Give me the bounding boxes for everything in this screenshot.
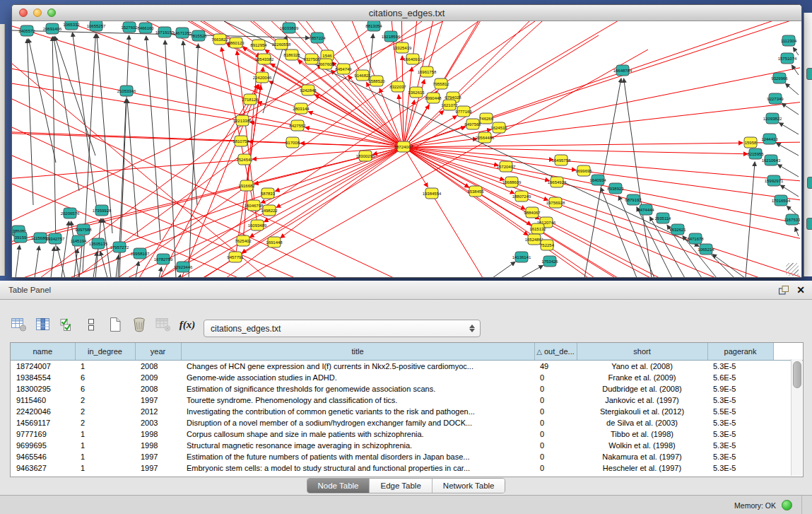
table-row[interactable]: 1938455462009Genome-wide association stu… bbox=[11, 372, 803, 383]
graph-node[interactable]: 10688609 bbox=[502, 177, 522, 187]
network-canvas[interactable]: 2405572206914061065332106552571527602846… bbox=[12, 21, 800, 277]
cell-short[interactable]: Franke et al. (2009) bbox=[577, 372, 707, 383]
graph-node[interactable]: 9227349 bbox=[767, 93, 784, 104]
graph-node[interactable]: 8186328 bbox=[283, 49, 300, 60]
graph-node[interactable]: 39159 bbox=[14, 232, 27, 243]
tab-network-table[interactable]: Network Table bbox=[433, 479, 505, 493]
cell-short[interactable]: Tibbo et al. (1998) bbox=[577, 428, 707, 440]
graph-node[interactable]: 13325419 bbox=[393, 42, 412, 53]
graph-node[interactable]: 12093822 bbox=[763, 113, 782, 124]
graph-node[interactable]: 10543382 bbox=[255, 54, 274, 64]
cell-pagerank[interactable]: 5.3E-5 bbox=[707, 451, 773, 462]
cell-title[interactable]: Changes of HCN gene expression and I(f) … bbox=[181, 361, 534, 373]
graph-node[interactable]: 8860123 bbox=[228, 37, 245, 48]
cell-title[interactable]: Disruption of a novel member of a sodium… bbox=[181, 417, 534, 428]
cell-short[interactable]: Stergiakouli et al. (2012) bbox=[577, 406, 707, 417]
graph-node[interactable]: 7625402 bbox=[235, 235, 252, 246]
graph-node[interactable]: 1362615 bbox=[408, 87, 425, 98]
graph-node[interactable]: 22420046 bbox=[253, 72, 272, 83]
graph-node[interactable]: 1691448 bbox=[266, 237, 283, 247]
column-header-pagerank[interactable]: pagerank bbox=[707, 343, 773, 361]
cell-year[interactable]: 2008 bbox=[135, 383, 181, 395]
cell-name[interactable]: 9115460 bbox=[11, 395, 75, 406]
cell-name[interactable]: 19384554 bbox=[11, 372, 75, 383]
cell-in_degree[interactable]: 1 bbox=[75, 361, 135, 373]
graph-node[interactable]: 587833 bbox=[261, 188, 276, 199]
cell-short[interactable]: Yano et al. (2008) bbox=[577, 361, 707, 373]
cell-pagerank[interactable]: 5.3E-5 bbox=[707, 417, 773, 428]
graph-node[interactable]: 917008 bbox=[286, 137, 300, 148]
graph-node[interactable]: 7524541 bbox=[236, 154, 253, 165]
cell-out_de[interactable]: 49 bbox=[534, 361, 577, 373]
cell-name[interactable]: 9699695 bbox=[11, 440, 75, 451]
new-table-icon[interactable] bbox=[105, 314, 126, 335]
table-row[interactable]: 1872400712008Changes of HCN gene express… bbox=[11, 361, 803, 373]
graph-node[interactable]: 12213389 bbox=[233, 115, 252, 126]
cell-in_degree[interactable]: 1 bbox=[75, 462, 135, 474]
cell-name[interactable]: 18300295 bbox=[11, 383, 75, 395]
cell-year[interactable]: 2008 bbox=[135, 361, 181, 373]
table-row[interactable]: 911546021997Tourette syndrome. Phenomeno… bbox=[11, 395, 803, 406]
graph-node[interactable]: 10719155 bbox=[155, 27, 175, 37]
attribute-table[interactable]: namein_degreeyeartitle△out_de...shortpag… bbox=[11, 343, 803, 474]
cell-name[interactable]: 18724007 bbox=[11, 361, 75, 373]
cell-in_degree[interactable]: 2 bbox=[75, 417, 135, 428]
cell-short[interactable]: Jankovic et al. (1997) bbox=[577, 395, 707, 406]
memory-status-indicator[interactable] bbox=[782, 500, 792, 510]
table-row[interactable]: 969969511998Structural magnetic resonanc… bbox=[11, 440, 803, 451]
graph-node[interactable]: 9457791 bbox=[227, 252, 244, 262]
cell-short[interactable]: de Silva et al. (2003) bbox=[577, 417, 707, 428]
graph-node[interactable]: 9097588 bbox=[75, 224, 92, 235]
graph-node[interactable]: 1065332 bbox=[63, 21, 80, 30]
table-row[interactable]: 1830029562008Estimation of significance … bbox=[11, 383, 803, 395]
graph-node[interactable]: 2935114 bbox=[655, 213, 672, 223]
graph-node[interactable]: 17957272 bbox=[110, 242, 129, 252]
cell-short[interactable]: Wolkin et al. (1998) bbox=[577, 440, 707, 451]
cell-out_de[interactable]: 0 bbox=[534, 406, 577, 417]
graph-node[interactable]: 7663822 bbox=[211, 34, 228, 45]
graph-node[interactable]: 14671355 bbox=[173, 28, 192, 38]
graph-node[interactable]: 19384554 bbox=[423, 188, 442, 199]
cell-in_degree[interactable]: 2 bbox=[75, 395, 135, 406]
zoom-window-button[interactable] bbox=[47, 8, 56, 17]
graph-node[interactable]: 1640934 bbox=[589, 175, 606, 185]
graph-node[interactable]: 8813054 bbox=[365, 21, 382, 31]
graph-node[interactable]: 9777169 bbox=[455, 106, 472, 117]
cell-name[interactable]: 9463627 bbox=[11, 462, 75, 474]
graph-node[interactable]: 7815526 bbox=[190, 30, 207, 41]
graph-node[interactable]: 9699695 bbox=[575, 165, 592, 176]
graph-node[interactable]: 1916682 bbox=[238, 180, 255, 191]
graph-node[interactable]: 21053346 bbox=[117, 86, 136, 96]
cell-name[interactable]: 14569117 bbox=[11, 417, 75, 428]
graph-node[interactable]: 17016504 bbox=[772, 195, 791, 206]
graph-node[interactable]: 10655257 bbox=[87, 21, 106, 31]
tab-node-table[interactable]: Node Table bbox=[307, 479, 370, 493]
table-row[interactable]: 946362711997Embryonic stem cells: a mode… bbox=[11, 462, 803, 474]
cell-pagerank[interactable]: 5.3E-5 bbox=[707, 440, 773, 451]
cell-pagerank[interactable]: 5.5E-5 bbox=[707, 406, 773, 417]
window-resize-grip[interactable] bbox=[786, 263, 799, 276]
cell-title[interactable]: Structural magnetic resonance image aver… bbox=[181, 440, 534, 451]
graph-node[interactable]: 16961758 bbox=[418, 66, 437, 77]
cell-title[interactable]: Estimation of the future numbers of pati… bbox=[181, 451, 534, 462]
graph-node[interactable]: 16210643 bbox=[762, 155, 781, 165]
cell-pagerank[interactable]: 5.3E-5 bbox=[707, 361, 773, 373]
graph-node[interactable]: 1498222 bbox=[261, 205, 278, 216]
minimize-window-button[interactable] bbox=[33, 8, 42, 17]
cell-pagerank[interactable]: 5.3E-5 bbox=[707, 395, 773, 406]
graph-node[interactable]: 19342757 bbox=[46, 233, 65, 244]
column-header-name[interactable]: name bbox=[11, 343, 75, 361]
graph-node[interactable]: 8454749 bbox=[335, 64, 352, 74]
graph-node[interactable]: 22260558 bbox=[272, 39, 291, 49]
graph-node[interactable]: 15720407 bbox=[497, 161, 516, 172]
graph-node[interactable]: 9474444 bbox=[637, 204, 654, 215]
cell-year[interactable]: 2003 bbox=[135, 417, 181, 428]
graph-node[interactable]: 13505135 bbox=[89, 238, 108, 249]
cell-title[interactable]: Investigating the contribution of common… bbox=[181, 406, 534, 417]
graph-node[interactable]: 746266 bbox=[479, 113, 494, 124]
table-row[interactable]: 946554611997Estimation of the future num… bbox=[11, 451, 803, 462]
table-vertical-scrollbar[interactable] bbox=[791, 359, 802, 476]
cell-in_degree[interactable]: 1 bbox=[75, 440, 135, 451]
close-window-button[interactable] bbox=[19, 8, 28, 17]
cell-year[interactable]: 2009 bbox=[135, 372, 181, 383]
